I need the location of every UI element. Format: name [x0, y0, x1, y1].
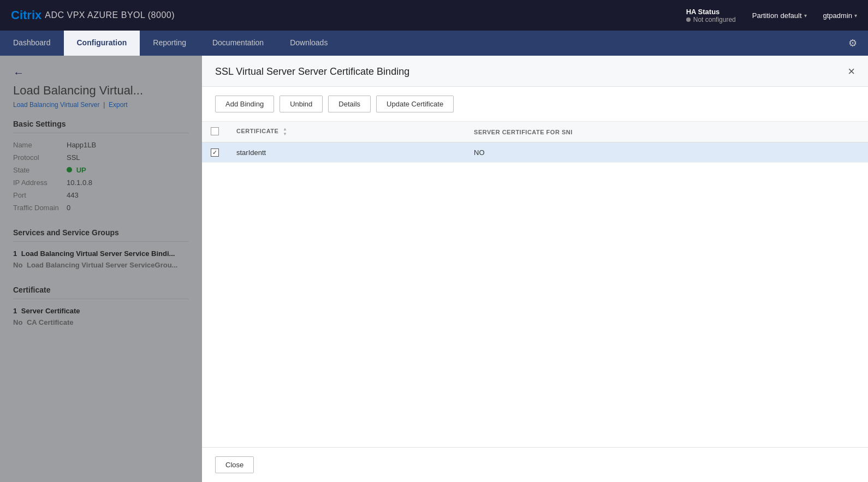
header-checkbox[interactable]	[211, 127, 219, 135]
col-certificate: CERTIFICATE ▲ ▼	[228, 122, 465, 142]
modal-close-button[interactable]: ×	[848, 66, 855, 78]
close-button[interactable]: Close	[215, 456, 254, 473]
brand-citrix-text: Citrix	[11, 8, 41, 22]
user-dropdown-icon: ▾	[854, 13, 857, 19]
user-menu[interactable]: gtpadmin ▾	[823, 11, 857, 20]
table-body: starIdentt NO	[202, 142, 868, 163]
ssl-binding-modal: SSL Virtual Server Server Certificate Bi…	[202, 56, 868, 482]
ha-status-text: Not configured	[693, 16, 736, 23]
ha-dot-icon	[686, 17, 691, 22]
certificate-sort-icon[interactable]: ▲ ▼	[283, 127, 287, 136]
row-sni-cell: NO	[465, 142, 868, 163]
username-text: gtpadmin	[823, 11, 852, 20]
nav-bar: Dashboard Configuration Reporting Docume…	[0, 31, 868, 56]
row-checkbox-cell	[202, 142, 228, 163]
unbind-button[interactable]: Unbind	[280, 96, 323, 112]
row-checkbox[interactable]	[211, 148, 219, 157]
modal-title: SSL Virtual Server Server Certificate Bi…	[215, 66, 409, 78]
ha-status: HA Status Not configured	[686, 8, 736, 23]
add-binding-button[interactable]: Add Binding	[215, 96, 274, 112]
top-header: Citrix ADC VPX AZURE BYOL (8000) HA Stat…	[0, 0, 868, 31]
ha-status-value: Not configured	[686, 16, 736, 23]
tab-configuration[interactable]: Configuration	[64, 31, 140, 56]
col-checkbox	[202, 122, 228, 142]
header-right: HA Status Not configured Partition defau…	[686, 8, 857, 23]
tab-dashboard[interactable]: Dashboard	[0, 31, 64, 56]
partition-label: Partition	[752, 11, 778, 20]
modal-header: SSL Virtual Server Server Certificate Bi…	[202, 56, 868, 87]
brand: Citrix ADC VPX AZURE BYOL (8000)	[11, 8, 175, 22]
table-row[interactable]: starIdentt NO	[202, 142, 868, 163]
details-button[interactable]: Details	[328, 96, 371, 112]
table-header: CERTIFICATE ▲ ▼ SERVER CERTIFICATE FOR S…	[202, 122, 868, 142]
partition-value: default	[780, 11, 801, 20]
row-certificate-cell: starIdentt	[228, 142, 465, 163]
update-certificate-button[interactable]: Update Certificate	[376, 96, 454, 112]
partition-dropdown-icon: ▾	[804, 13, 807, 19]
brand-product-text: ADC VPX AZURE BYOL (8000)	[45, 10, 175, 20]
certificate-binding-table: CERTIFICATE ▲ ▼ SERVER CERTIFICATE FOR S…	[202, 122, 868, 163]
partition-info[interactable]: Partition default ▾	[752, 11, 807, 20]
modal-footer: Close	[202, 447, 868, 482]
ha-status-title: HA Status	[686, 8, 720, 16]
settings-icon[interactable]: ⚙	[837, 31, 868, 56]
table-header-row: CERTIFICATE ▲ ▼ SERVER CERTIFICATE FOR S…	[202, 122, 868, 142]
col-sni: SERVER CERTIFICATE FOR SNI	[465, 122, 868, 142]
modal-table-container: CERTIFICATE ▲ ▼ SERVER CERTIFICATE FOR S…	[202, 122, 868, 447]
tab-downloads[interactable]: Downloads	[277, 31, 341, 56]
tab-documentation[interactable]: Documentation	[199, 31, 277, 56]
tab-reporting[interactable]: Reporting	[140, 31, 199, 56]
modal-toolbar: Add Binding Unbind Details Update Certif…	[202, 87, 868, 122]
